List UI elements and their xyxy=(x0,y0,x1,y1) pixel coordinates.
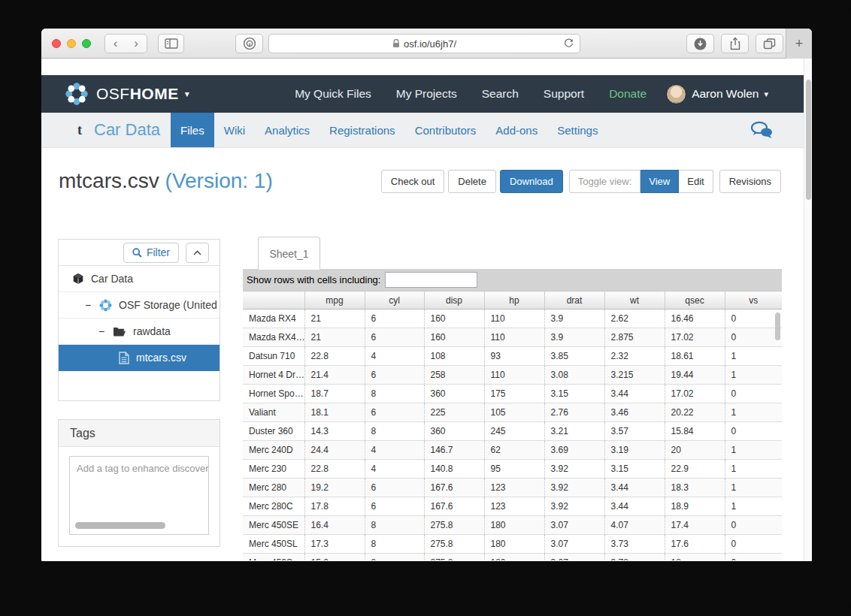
file-browser-panel: Filter Car Data−OSF Storage (United …−ra… xyxy=(58,239,220,401)
navbar-item-my-projects[interactable]: My Projects xyxy=(396,87,457,101)
data-cell: 1 xyxy=(725,366,782,385)
comments-icon[interactable] xyxy=(750,121,773,139)
check-out-button[interactable]: Check out xyxy=(381,170,445,193)
tagbox-scrollbar-thumb[interactable] xyxy=(75,522,165,529)
filter-button[interactable]: Filter xyxy=(123,243,179,263)
table-row: Merc 28019.26167.61233.923.4418.31 xyxy=(243,479,782,497)
download-button[interactable]: Download xyxy=(500,170,563,193)
column-header-qsec[interactable]: qsec xyxy=(665,291,725,310)
search-icon xyxy=(132,248,142,258)
tab-add-ons[interactable]: Add-ons xyxy=(486,113,547,147)
data-cell: 3.44 xyxy=(604,497,665,516)
tab-files[interactable]: Files xyxy=(171,113,214,147)
new-tab-button[interactable]: + xyxy=(786,29,812,59)
row-name-cell: Mazda RX4 xyxy=(243,310,304,328)
data-cell: 18 xyxy=(665,554,725,561)
data-cell: 3.44 xyxy=(604,479,665,497)
tree-item-rawdata[interactable]: −rawdata xyxy=(59,319,220,345)
navbar-item-support[interactable]: Support xyxy=(544,87,584,101)
table-row: Merc 450S…15.28275.81803.073.78180 xyxy=(243,554,782,561)
close-window-button[interactable] xyxy=(52,39,61,48)
tab-contributors[interactable]: Contributors xyxy=(405,113,486,147)
column-header-wt[interactable]: wt xyxy=(604,291,665,310)
data-cell: 275.8 xyxy=(424,535,484,554)
data-cell: 17.3 xyxy=(304,535,365,554)
data-cell: 17.8 xyxy=(304,497,365,516)
tab-sheet-1[interactable]: Sheet_1 xyxy=(258,237,320,270)
minimize-window-button[interactable] xyxy=(67,39,76,48)
osf-home-brand[interactable]: OSFHOME ▾ xyxy=(65,83,189,105)
table-row: Merc 280C17.86167.61233.923.4418.91 xyxy=(243,497,782,516)
data-cell: 3.08 xyxy=(544,366,604,385)
navbar-item-my-quick-files[interactable]: My Quick Files xyxy=(295,87,371,101)
tree-item-car-data[interactable]: Car Data xyxy=(59,266,220,292)
forward-button[interactable]: › xyxy=(126,34,147,53)
downloads-button[interactable] xyxy=(686,34,714,53)
data-cell: 180 xyxy=(484,535,544,554)
action-buttons: Check outDeleteDownload xyxy=(381,170,563,193)
row-name-cell: Merc 280C xyxy=(243,497,304,516)
brand-osf-text: OSF xyxy=(96,85,130,103)
user-menu[interactable]: Aaron Wolen ▾ xyxy=(666,84,768,104)
column-header-vs[interactable]: vs xyxy=(725,291,782,310)
navbar-item-donate[interactable]: Donate xyxy=(609,87,647,101)
data-cell: 19.44 xyxy=(665,366,725,385)
column-header-cyl[interactable]: cyl xyxy=(365,291,424,310)
view-toggle-button[interactable]: View xyxy=(641,170,679,193)
tabs-icon xyxy=(763,38,776,50)
tab-wiki[interactable]: Wiki xyxy=(214,113,255,147)
data-cell: 110 xyxy=(484,366,544,385)
delete-button[interactable]: Delete xyxy=(448,170,496,193)
data-cell: 360 xyxy=(424,422,484,441)
column-header-empty[interactable] xyxy=(243,291,304,310)
tab-overview-button[interactable] xyxy=(756,34,783,53)
tab-settings[interactable]: Settings xyxy=(547,113,607,147)
tab-analytics[interactable]: Analytics xyxy=(255,113,320,147)
user-caret-icon: ▾ xyxy=(764,89,768,99)
revisions-button[interactable]: Revisions xyxy=(719,170,781,193)
toggle-view-group: Toggle view:ViewEdit xyxy=(569,170,713,193)
tag-input-box xyxy=(69,456,209,535)
data-cell: 3.215 xyxy=(604,366,665,385)
version-link[interactable]: (Version: 1) xyxy=(165,169,273,192)
page-scrollbar-thumb[interactable] xyxy=(806,80,811,200)
navbar-item-search[interactable]: Search xyxy=(482,87,519,101)
column-header-drat[interactable]: drat xyxy=(544,291,604,310)
data-cell: 24.4 xyxy=(304,441,365,460)
data-cell: 2.32 xyxy=(604,347,665,366)
data-cell: 3.57 xyxy=(604,422,665,441)
data-cell: 14.3 xyxy=(304,422,365,441)
collapse-toggle-icon[interactable]: − xyxy=(85,299,94,311)
column-header-mpg[interactable]: mpg xyxy=(304,291,365,310)
column-header-hp[interactable]: hp xyxy=(484,291,544,310)
data-cell: 3.92 xyxy=(544,479,604,497)
tag-input[interactable] xyxy=(70,457,209,480)
sheet-filter-input[interactable] xyxy=(385,272,477,288)
tab-registrations[interactable]: Registrations xyxy=(320,113,405,147)
data-cell: 22.9 xyxy=(665,460,725,479)
table-row: Merc 23022.84140.8953.923.1522.91 xyxy=(243,460,782,479)
table-scrollbar-thumb[interactable] xyxy=(775,313,780,340)
reload-icon[interactable] xyxy=(563,38,574,49)
data-cell: 21 xyxy=(304,328,365,347)
onepassword-extension-button[interactable] xyxy=(235,34,263,53)
back-button[interactable]: ‹ xyxy=(104,34,126,53)
data-cell: 167.6 xyxy=(424,497,484,516)
collapse-panel-button[interactable] xyxy=(186,243,209,263)
address-bar[interactable]: osf.io/u6jh7/ xyxy=(268,34,580,53)
share-button[interactable] xyxy=(721,34,749,53)
project-title-link[interactable]: Car Data xyxy=(94,120,160,140)
collapse-toggle-icon[interactable]: − xyxy=(98,325,108,337)
data-cell: 3.21 xyxy=(544,422,604,441)
zoom-window-button[interactable] xyxy=(82,39,91,48)
data-cell: 3.44 xyxy=(604,385,665,403)
project-home-icon[interactable]: t xyxy=(77,122,82,138)
column-header-disp[interactable]: disp xyxy=(424,291,484,310)
tree-item-osf-storage-united[interactable]: −OSF Storage (United … xyxy=(59,292,220,319)
navbar-menu: My Quick FilesMy ProjectsSearchSupportDo… xyxy=(295,87,647,101)
tree-item-mtcars-csv[interactable]: mtcars.csv xyxy=(59,345,220,371)
brand-home-text: HOME xyxy=(130,85,179,103)
sheet-header-row: mpgcyldisphpdratwtqsecvs xyxy=(243,291,782,310)
edit-toggle-button[interactable]: Edit xyxy=(679,170,713,193)
sidebar-toggle-button[interactable] xyxy=(158,34,184,53)
